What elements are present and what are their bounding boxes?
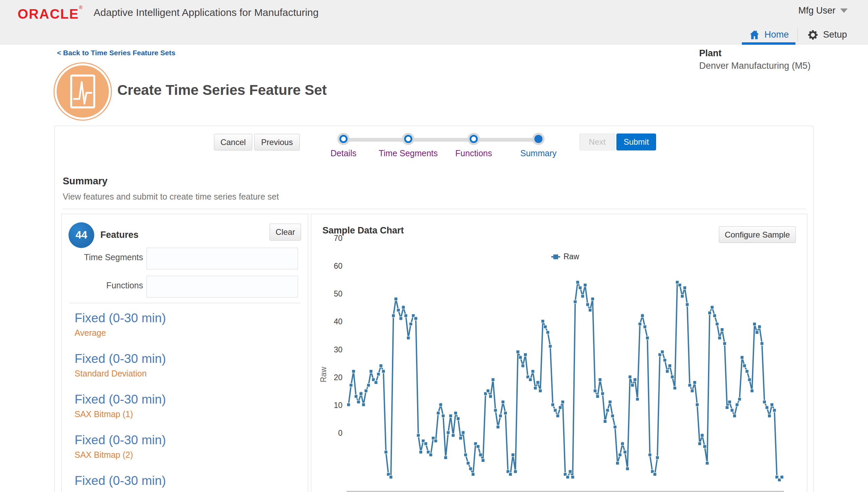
top-header: ORACLE® Adaptive Intelligent Application… (0, 0, 868, 44)
gear-icon (807, 29, 819, 41)
feature-list-item[interactable]: Fixed (0-30 min) SAX Bitmap (2) (75, 432, 301, 460)
app-title: Adaptive Intelligent Applications for Ma… (94, 7, 319, 18)
features-divider (70, 303, 300, 303)
feature-item-subtitle: Standard Deviation (75, 368, 301, 379)
feature-item-subtitle: SAX Bitmap (2) (75, 449, 301, 460)
home-icon (749, 29, 760, 41)
submit-button[interactable]: Submit (616, 134, 656, 150)
summary-card: Cancel Previous Details Time Segments Fu… (54, 126, 814, 492)
clear-button[interactable]: Clear (270, 224, 301, 241)
feature-set-hero-icon (54, 62, 112, 121)
wizard-step-summary[interactable]: Summary (505, 126, 572, 158)
wizard-step-dot[interactable] (470, 135, 478, 143)
time-series-icon (57, 65, 109, 118)
feature-item-title: Fixed (0-30 min) (75, 473, 301, 489)
functions-field-label: Functions (62, 281, 143, 290)
oracle-logo: ORACLE® (18, 5, 83, 22)
wizard-step-label: Details (310, 148, 377, 158)
plant-value: Denver Manufacturing (M5) (699, 61, 821, 71)
wizard-step-label: Functions (440, 148, 508, 158)
breadcrumb-back-link[interactable]: < Back to Time Series Feature Sets (57, 49, 175, 57)
cancel-button[interactable]: Cancel (214, 134, 252, 150)
chevron-down-icon (840, 8, 848, 13)
features-count-badge: 44 (68, 222, 94, 248)
y-ticks: 010203040506070 (318, 214, 342, 492)
wizard-step-label: Time Segments (374, 148, 442, 158)
feature-item-subtitle: Average (75, 327, 301, 338)
nav-home-label: Home (764, 29, 789, 40)
summary-heading: Summary (63, 176, 107, 187)
previous-button[interactable]: Previous (254, 134, 300, 150)
user-menu[interactable]: Mfg User (798, 5, 848, 16)
time-segments-field-label: Time Segments (62, 252, 143, 262)
top-nav: Home Setup (741, 25, 868, 44)
summary-subtitle: View features and submit to create time … (63, 192, 279, 202)
plant-context: Plant Denver Manufacturing (M5) (699, 48, 821, 71)
time-segments-input[interactable] (146, 248, 298, 269)
feature-list-item[interactable]: Fixed (0-30 min) Average (75, 310, 301, 338)
feature-list-item[interactable]: Fixed (0-30 min) SAX Bitmap (3) (75, 473, 301, 492)
summary-divider (62, 209, 806, 209)
feature-list-item[interactable]: Fixed (0-30 min) Standard Deviation (75, 351, 301, 379)
sample-data-chart-panel: Sample Data Chart Configure Sample Raw R… (311, 214, 807, 492)
feature-item-title: Fixed (0-30 min) (75, 310, 301, 326)
functions-input[interactable] (146, 276, 298, 298)
wizard-step-time-segments[interactable]: Time Segments (374, 126, 442, 158)
nav-separator (797, 28, 798, 42)
wizard-step-functions[interactable]: Functions (440, 126, 508, 158)
next-button[interactable]: Next (579, 134, 615, 150)
app-root: ORACLE® Adaptive Intelligent Application… (0, 0, 868, 492)
nav-home-active-indicator (742, 42, 795, 45)
features-panel: 44 Features Clear Time Segments Function… (61, 214, 308, 492)
features-title: Features (100, 230, 139, 240)
nav-setup-label: Setup (823, 29, 847, 40)
nav-home[interactable]: Home (741, 25, 796, 44)
feature-list-item[interactable]: Fixed (0-30 min) SAX Bitmap (1) (75, 392, 301, 419)
configure-sample-button[interactable]: Configure Sample (719, 226, 796, 243)
wizard-step-dot[interactable] (339, 135, 348, 143)
feature-item-title: Fixed (0-30 min) (75, 432, 301, 448)
wizard-step-dot[interactable] (534, 135, 542, 143)
wizard-step-details[interactable]: Details (310, 126, 377, 158)
feature-item-subtitle: SAX Bitmap (1) (75, 409, 301, 419)
feature-item-title: Fixed (0-30 min) (75, 351, 301, 367)
feature-list: Fixed (0-30 min) Average Fixed (0-30 min… (75, 310, 301, 492)
feature-item-subtitle: SAX Bitmap (3) (75, 490, 301, 492)
wizard-step-dot[interactable] (404, 135, 412, 143)
chart-plot-svg (347, 258, 784, 492)
wizard-step-label: Summary (505, 148, 572, 158)
nav-setup[interactable]: Setup (799, 25, 854, 44)
plant-label: Plant (699, 48, 821, 59)
registered-mark: ® (79, 5, 83, 10)
x-axis-line (347, 491, 784, 492)
feature-item-title: Fixed (0-30 min) (75, 392, 301, 407)
user-menu-label: Mfg User (798, 5, 835, 16)
page-title: Create Time Series Feature Set (117, 82, 327, 98)
